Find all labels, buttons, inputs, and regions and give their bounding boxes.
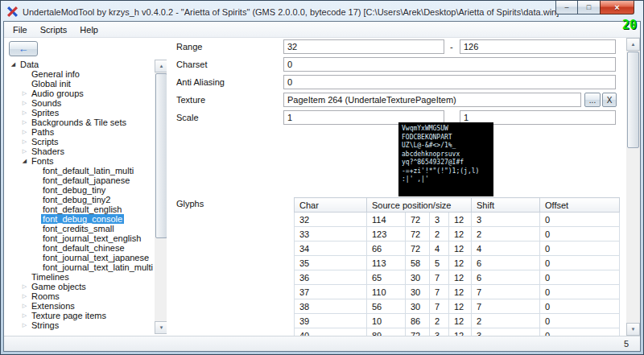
glyph-cell[interactable]: 12	[449, 213, 472, 227]
tree-item-font-journal-text-english[interactable]: font_journal_text_english	[6, 233, 155, 243]
tree-item-data[interactable]: ◢Data	[6, 60, 155, 69]
glyph-cell[interactable]: 12	[449, 285, 472, 299]
tree-item-sounds[interactable]: ▷Sounds	[6, 98, 155, 108]
glyph-cell[interactable]: 113	[367, 256, 406, 270]
glyph-cell[interactable]: 4	[430, 241, 449, 256]
glyph-cell[interactable]: 35	[295, 256, 367, 270]
right-scrollbar-thumb[interactable]	[627, 52, 639, 148]
tree-item-font-debug-tiny[interactable]: font_debug_tiny	[6, 185, 155, 195]
glyph-cell[interactable]: 3	[430, 213, 449, 227]
glyph-cell[interactable]: 7	[430, 299, 449, 314]
tree-item-font-debug-tiny2[interactable]: font_debug_tiny2	[6, 195, 155, 204]
glyph-cell[interactable]: 2	[430, 314, 449, 328]
glyph-cell[interactable]: 38	[295, 299, 367, 314]
tree-item-game-objects[interactable]: ▷Game objects	[6, 282, 155, 291]
tree-item-font-default-english[interactable]: font_default_english	[6, 204, 155, 214]
glyph-cell[interactable]: 0	[540, 270, 620, 285]
range-from-input[interactable]	[283, 39, 444, 54]
expand-icon[interactable]: ▷	[19, 282, 30, 291]
tree-item-font-default-japanese[interactable]: font_default_japanese	[6, 175, 155, 185]
tree-item-extensions[interactable]: ▷Extensions	[6, 301, 155, 311]
glyph-row-38[interactable]: 38563071270	[295, 299, 620, 314]
glyph-row-33[interactable]: 331237221220	[295, 227, 620, 241]
glyph-cell[interactable]: 72	[406, 241, 430, 256]
glyph-cell[interactable]: 5	[430, 256, 449, 270]
tree-item-font-journal-text-japanese[interactable]: font_journal_text_japanese	[6, 253, 155, 262]
texture-browse-button[interactable]: ...	[584, 93, 601, 107]
collapse-icon[interactable]: ◢	[19, 156, 30, 166]
glyph-cell[interactable]: 39	[295, 314, 367, 328]
glyph-cell[interactable]: 12	[449, 241, 472, 256]
expand-icon[interactable]: ▷	[19, 127, 30, 137]
column-shift[interactable]: Shift	[472, 198, 540, 213]
glyph-cell[interactable]: 40	[295, 328, 367, 336]
minimize-button[interactable]: –	[555, 1, 578, 14]
column-char[interactable]: Char	[295, 198, 367, 213]
glyph-cell[interactable]: 2	[472, 227, 540, 241]
tree-item-font-journal-text-latin-multi[interactable]: font_journal_text_latin_multi	[6, 262, 155, 272]
column-source-position-size[interactable]: Source position/size	[367, 198, 472, 213]
glyph-row-35[interactable]: 351135851260	[295, 256, 620, 270]
expand-icon[interactable]: ▷	[19, 320, 30, 330]
expand-icon[interactable]: ▷	[19, 108, 30, 118]
glyph-cell[interactable]: 89	[367, 328, 406, 336]
expand-icon[interactable]: ▷	[19, 311, 30, 320]
glyph-cell[interactable]: 12	[449, 256, 472, 270]
glyph-cell[interactable]: 2	[430, 227, 449, 241]
collapse-icon[interactable]: ◢	[8, 60, 19, 69]
glyph-row-32[interactable]: 321147231230	[295, 213, 620, 227]
glyph-cell[interactable]: 0	[540, 227, 620, 241]
glyph-cell[interactable]: 34	[295, 241, 367, 256]
expand-icon[interactable]: ▷	[19, 89, 30, 98]
glyph-row-37[interactable]: 371103071270	[295, 285, 620, 299]
glyph-cell[interactable]: 6	[472, 256, 540, 270]
close-button[interactable]: ×	[600, 1, 634, 14]
glyph-cell[interactable]: 72	[406, 328, 430, 336]
glyph-cell[interactable]: 114	[367, 213, 406, 227]
expand-icon[interactable]: ▷	[19, 291, 30, 301]
glyph-cell[interactable]: 0	[540, 213, 620, 227]
column-offset[interactable]: Offset	[540, 198, 620, 213]
tree-item-texture-page-items[interactable]: ▷Texture page items	[6, 311, 155, 320]
glyph-cell[interactable]: 0	[540, 299, 620, 314]
back-button[interactable]: ←	[9, 41, 38, 56]
glyph-cell[interactable]: 36	[295, 270, 367, 285]
tree-scrollbar-thumb[interactable]	[155, 73, 167, 238]
texture-input[interactable]	[283, 93, 581, 107]
glyph-cell[interactable]: 12	[449, 270, 472, 285]
scroll-down-icon[interactable]: ▼	[626, 323, 640, 336]
glyph-cell[interactable]: 32	[295, 213, 367, 227]
glyph-cell[interactable]: 7	[472, 299, 540, 314]
glyph-cell[interactable]: 86	[406, 314, 430, 328]
tree-item-general-info[interactable]: General info	[6, 69, 155, 79]
glyph-row-36[interactable]: 36653071260	[295, 270, 620, 285]
tree-item-font-default-chinese[interactable]: font_default_chinese	[6, 243, 155, 253]
menu-help[interactable]: Help	[73, 23, 105, 36]
glyph-cell[interactable]: 12	[449, 227, 472, 241]
glyph-cell[interactable]: 33	[295, 227, 367, 241]
tree-item-backgrounds-tile-sets[interactable]: ▷Backgrounds & Tile sets	[6, 118, 155, 127]
anti-aliasing-input[interactable]	[283, 75, 616, 89]
glyph-cell[interactable]: 12	[449, 314, 472, 328]
glyph-cell[interactable]: 0	[540, 328, 620, 336]
glyph-cell[interactable]: 7	[472, 285, 540, 299]
glyph-cell[interactable]: 30	[406, 299, 430, 314]
glyph-cell[interactable]: 6	[472, 270, 540, 285]
expand-icon[interactable]: ▷	[19, 118, 30, 127]
glyph-cell[interactable]: 30	[406, 270, 430, 285]
range-to-input[interactable]	[460, 39, 616, 54]
glyph-cell[interactable]: 110	[367, 285, 406, 299]
tree-item-font-credits-small[interactable]: font_credits_small	[6, 224, 155, 233]
glyph-cell[interactable]: 10	[367, 314, 406, 328]
tree-item-fonts[interactable]: ◢Fonts	[6, 156, 155, 166]
glyph-cell[interactable]: 12	[449, 299, 472, 314]
glyph-cell[interactable]: 7	[430, 285, 449, 299]
maximize-button[interactable]: □	[578, 1, 600, 14]
glyph-cell[interactable]: 12	[449, 328, 472, 336]
glyph-cell[interactable]: 72	[406, 213, 430, 227]
glyph-row-34[interactable]: 34667241240	[295, 241, 620, 256]
glyph-cell[interactable]: 30	[406, 285, 430, 299]
menu-file[interactable]: File	[6, 23, 34, 36]
charset-input[interactable]	[283, 57, 616, 72]
expand-icon[interactable]: ▷	[19, 98, 30, 108]
